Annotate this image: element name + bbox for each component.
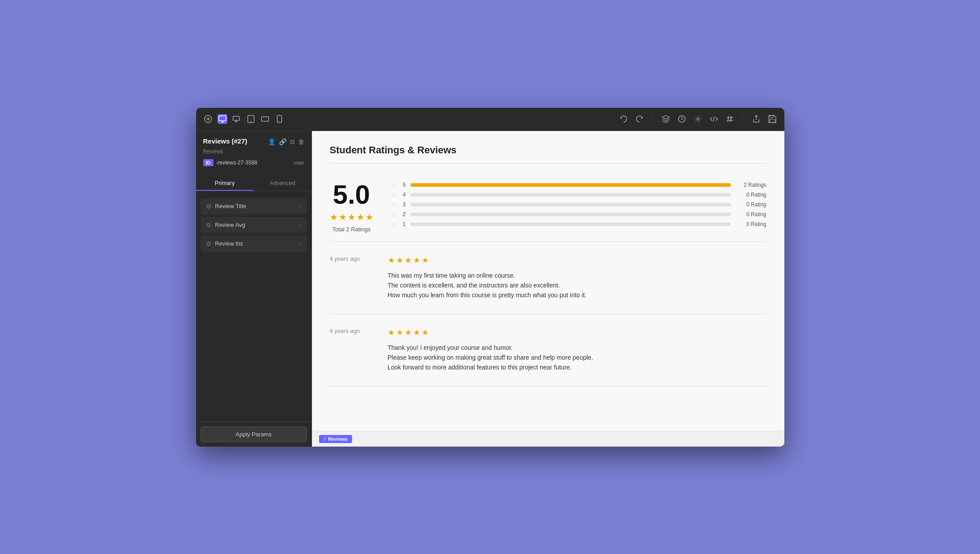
- sidebar: Reviews (#27) 👤 🔗 ⧉ 🗑 Reviews ID -review…: [196, 131, 312, 447]
- sidebar-header: Reviews (#27) 👤 🔗 ⧉ 🗑 Reviews ID -review…: [196, 131, 312, 176]
- star-1: ★: [330, 212, 338, 222]
- bar-star-num: 1: [402, 221, 406, 227]
- review-stars: ★★★★★: [388, 328, 767, 337]
- clock-icon[interactable]: [677, 114, 687, 124]
- user-icon[interactable]: 👤: [268, 138, 275, 146]
- app-window: Reviews (#27) 👤 🔗 ⧉ 🗑 Reviews ID -review…: [196, 108, 784, 447]
- sidebar-item-review-list[interactable]: ⚙ Review list ›: [201, 236, 307, 252]
- bar-label: 2 Ratings: [735, 182, 767, 188]
- rating-bar-row: ☆ 4 0 Rating: [391, 191, 767, 198]
- review-body: ★★★★★ This was my first time taking an o…: [388, 255, 767, 300]
- export-icon[interactable]: [751, 114, 761, 124]
- rating-left: 5.0 ★ ★ ★ ★ ★ Total 2 Ratings: [330, 181, 373, 233]
- gear-icon-1: ⚙: [206, 203, 212, 210]
- toolbar-right: [619, 114, 777, 124]
- review-list-label: Review list: [215, 240, 243, 247]
- review-text: This was my first time taking an online …: [388, 271, 767, 300]
- undo-icon[interactable]: [619, 114, 628, 124]
- svg-rect-11: [262, 117, 269, 121]
- bar-star-num: 3: [402, 201, 406, 208]
- review-star: ★: [405, 328, 412, 337]
- bar-star-num: 2: [402, 211, 406, 217]
- layers-icon[interactable]: [661, 114, 671, 124]
- review-star: ★: [413, 255, 420, 265]
- apply-params-button[interactable]: Apply Params: [201, 427, 307, 442]
- bar-star-icon: ☆: [391, 181, 397, 189]
- bar-fill: [410, 183, 731, 187]
- tablet-icon[interactable]: [246, 114, 256, 124]
- sidebar-item-review-title[interactable]: ⚙ Review Title ›: [201, 198, 307, 214]
- delete-icon[interactable]: 🗑: [298, 138, 304, 146]
- review-avg-label: Review Avg: [215, 222, 246, 228]
- badge-dots-icon: ::: [324, 436, 327, 441]
- svg-point-10: [250, 121, 251, 122]
- gear-icon-2: ⚙: [206, 222, 212, 229]
- star-5: ★: [365, 212, 373, 222]
- code-icon[interactable]: [709, 114, 719, 124]
- state-badge: state: [294, 160, 304, 165]
- star-3: ★: [348, 212, 356, 222]
- review-star: ★: [413, 328, 420, 337]
- review-item: 4 years ago ★★★★★ This was my first time…: [330, 242, 767, 314]
- preview-area: Student Ratings & Reviews 5.0 ★ ★ ★ ★ ★ …: [312, 131, 784, 447]
- tab-primary[interactable]: Primary: [196, 176, 254, 191]
- phone-icon[interactable]: [275, 114, 284, 124]
- rating-bar-row: ☆ 1 0 Rating: [391, 221, 767, 228]
- rating-bar-row: ☆ 3 0 Rating: [391, 201, 767, 208]
- bar-star-num: 5: [402, 181, 406, 188]
- id-badge: ID: [203, 159, 213, 166]
- big-score: 5.0: [333, 181, 370, 208]
- monitor-outline-icon[interactable]: [232, 114, 242, 124]
- svg-line-17: [728, 116, 729, 122]
- review-star: ★: [396, 255, 403, 265]
- rating-bars: ☆ 5 2 Ratings ☆ 4 0 Rating ☆ 3 0 Rating …: [391, 181, 767, 230]
- rating-bar-row: ☆ 2 0 Rating: [391, 211, 767, 218]
- link-icon[interactable]: 🔗: [279, 138, 287, 146]
- sidebar-tabs: Primary Advanced: [196, 176, 312, 191]
- sidebar-id-row: ID -reviews-27-3598 state: [203, 159, 304, 166]
- svg-point-13: [279, 121, 280, 122]
- toolbar: [196, 108, 784, 131]
- gear-icon-3: ⚙: [206, 240, 212, 247]
- reviews-container: 4 years ago ★★★★★ This was my first time…: [330, 242, 767, 386]
- bar-star-num: 4: [402, 191, 406, 198]
- toolbar-sep-1: [652, 115, 653, 123]
- bar-star-icon: ☆: [391, 211, 397, 218]
- reviews-badge-label: Reviews: [328, 436, 348, 442]
- bar-label: 0 Rating: [735, 221, 767, 227]
- bar-track: [410, 222, 731, 226]
- copy-icon[interactable]: ⧉: [290, 138, 295, 146]
- settings-icon[interactable]: [693, 114, 703, 124]
- sidebar-subtitle: Reviews: [203, 148, 304, 155]
- bar-track: [410, 193, 731, 197]
- svg-line-18: [730, 116, 731, 122]
- toolbar-sep-2: [743, 115, 743, 123]
- rectangle-h-icon[interactable]: [260, 114, 270, 124]
- review-title-label: Review Title: [215, 203, 246, 209]
- toolbar-left: [203, 114, 284, 124]
- sidebar-title: Reviews (#27): [203, 137, 247, 145]
- monitor-icon[interactable]: [217, 114, 227, 124]
- reviews-badge: :: Reviews: [319, 435, 353, 443]
- rating-bar-row: ☆ 5 2 Ratings: [391, 181, 767, 189]
- preview-content: Student Ratings & Reviews 5.0 ★ ★ ★ ★ ★ …: [312, 131, 784, 431]
- redo-icon[interactable]: [635, 114, 644, 124]
- sidebar-item-review-avg[interactable]: ⚙ Review Avg ›: [201, 217, 307, 233]
- bar-star-icon: ☆: [391, 201, 397, 208]
- hash-icon[interactable]: [725, 114, 735, 124]
- bar-track: [410, 203, 731, 206]
- tab-advanced[interactable]: Advanced: [254, 176, 312, 191]
- chevron-right-icon-3: ›: [300, 241, 302, 247]
- plus-circle-icon[interactable]: [203, 114, 213, 124]
- sidebar-items: ⚙ Review Title › ⚙ Review Avg › ⚙ Review: [196, 196, 312, 422]
- review-star: ★: [405, 255, 412, 265]
- review-date: 4 years ago: [330, 255, 374, 300]
- svg-rect-6: [233, 116, 239, 120]
- chevron-right-icon-2: ›: [300, 222, 302, 228]
- main-area: Reviews (#27) 👤 🔗 ⧉ 🗑 Reviews ID -review…: [196, 131, 784, 447]
- bar-track: [410, 213, 731, 216]
- review-star: ★: [388, 255, 395, 265]
- save-icon[interactable]: [767, 114, 777, 124]
- review-text: Thank you! I enjoyed your course and hum…: [388, 343, 767, 373]
- svg-rect-22: [770, 119, 775, 123]
